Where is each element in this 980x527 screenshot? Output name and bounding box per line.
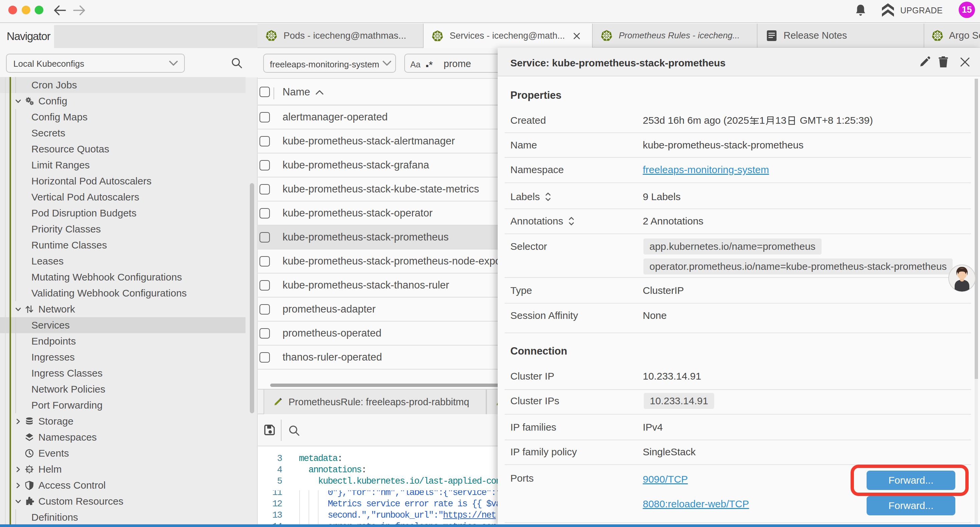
svg-text:HELM: HELM	[26, 468, 33, 471]
